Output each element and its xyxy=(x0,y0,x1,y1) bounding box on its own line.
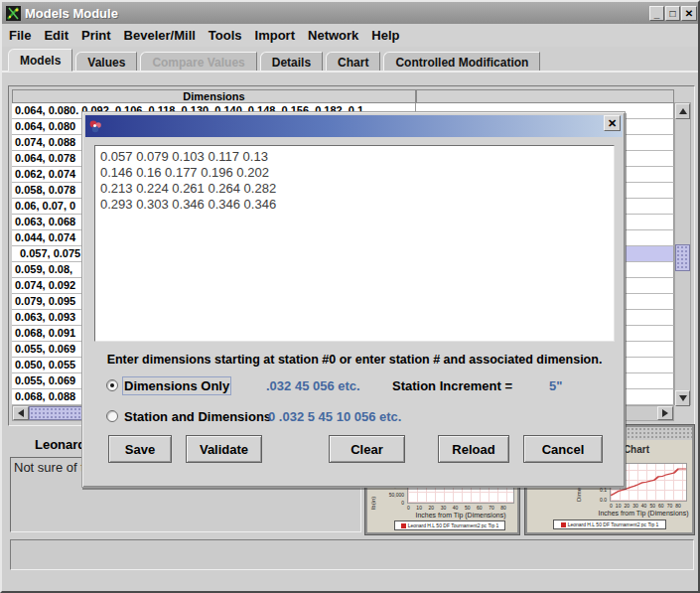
tab-compare-values: Compare Values xyxy=(140,52,256,72)
right-chart-xticks: 01020304050607080 xyxy=(610,503,681,509)
menu-file[interactable]: File xyxy=(9,28,31,43)
right-legend-text: Leonard H.L 50 DF Tournament2 pc Tip 1 xyxy=(568,521,659,527)
station-and-dimensions-label[interactable]: Station and Dimensions xyxy=(124,409,271,424)
title-bar: Models Module xyxy=(2,2,698,24)
validate-button[interactable]: Validate xyxy=(186,435,262,463)
arrow-down-icon xyxy=(679,395,687,401)
menu-edit[interactable]: Edit xyxy=(44,28,69,43)
tab-models[interactable]: Models xyxy=(8,49,72,72)
tab-details[interactable]: Details xyxy=(260,52,323,72)
textarea-line: 0.293 0.303 0.346 0.346 0.346 xyxy=(100,197,609,213)
arrow-right-icon xyxy=(662,409,668,417)
tab-bar: Models Values Compare Values Details Cha… xyxy=(2,48,698,72)
comment-text: Not sure of t xyxy=(14,460,84,475)
enter-dimensions-dialog: ✕ 0.057 0.079 0.103 0.117 0.13 0.146 0.1… xyxy=(81,111,626,488)
tab-content-divider xyxy=(2,71,698,73)
menu-import[interactable]: Import xyxy=(255,28,295,43)
tab-controlled-modification[interactable]: Controlled Modification xyxy=(383,52,540,72)
model-name-label: Leonard xyxy=(35,437,85,452)
arrow-left-icon xyxy=(18,409,24,417)
x-tick: 30 xyxy=(441,505,447,511)
dimensions-textarea[interactable]: 0.057 0.079 0.103 0.117 0.13 0.146 0.16 … xyxy=(94,145,615,342)
x-tick: 10 xyxy=(616,503,622,509)
left-chart-xlabel: Inches from Tip (Dimensions) xyxy=(407,512,514,519)
maximize-button[interactable]: □ xyxy=(665,6,680,21)
arrow-up-icon xyxy=(679,108,687,114)
clear-button[interactable]: Clear xyxy=(329,435,405,463)
x-tick: 20 xyxy=(625,503,630,509)
cancel-button[interactable]: Cancel xyxy=(523,435,603,463)
vertical-scrollbar[interactable] xyxy=(674,102,691,405)
values-column-header[interactable] xyxy=(416,89,674,103)
left-legend-text: Leonard H.L 50 DF Tournament2 pc Tip 1 xyxy=(408,522,499,528)
textarea-line: 0.057 0.079 0.103 0.117 0.13 xyxy=(100,149,609,165)
x-tick: 50 xyxy=(649,503,655,509)
tab-values[interactable]: Values xyxy=(75,52,137,72)
x-tick: 0 xyxy=(610,503,613,509)
textarea-line: 0.146 0.16 0.177 0.196 0.202 xyxy=(100,165,609,181)
x-tick: 60 xyxy=(658,503,664,509)
x-tick: 70 xyxy=(489,505,494,511)
menu-bar: File Edit Print Beveler/Mill Tools Impor… xyxy=(2,24,698,47)
left-ytick-2: 0 xyxy=(378,500,404,506)
left-chart-xticks: 01020304050607080 xyxy=(407,505,506,511)
x-tick: 30 xyxy=(632,503,638,509)
x-tick: 60 xyxy=(477,505,483,511)
x-tick: 40 xyxy=(453,505,459,511)
menu-beveler-mill[interactable]: Beveler/Mill xyxy=(124,28,196,43)
minimize-button[interactable]: _ xyxy=(649,6,664,21)
scroll-down-button[interactable] xyxy=(675,390,690,406)
station-increment-value: 5" xyxy=(549,378,562,393)
dialog-titlebar xyxy=(85,115,623,137)
x-tick: 50 xyxy=(465,505,471,511)
menu-print[interactable]: Print xyxy=(81,28,111,43)
station-and-dimensions-example: 0 .032 5 45 10 056 etc. xyxy=(268,409,401,424)
x-tick: 40 xyxy=(641,503,647,509)
menu-help[interactable]: Help xyxy=(371,28,399,43)
dimensions-column-header[interactable]: Dimensions xyxy=(12,89,416,103)
reload-button[interactable]: Reload xyxy=(438,435,509,463)
legend-swatch-icon xyxy=(561,522,566,527)
app-window: Models Module _ □ ✕ File Edit Print Beve… xyxy=(0,0,700,593)
vertical-scroll-thumb[interactable] xyxy=(675,244,690,271)
legend-swatch-icon xyxy=(401,523,406,528)
station-increment-label: Station Increment = xyxy=(392,378,512,393)
textarea-line: 0.213 0.224 0.261 0.264 0.282 xyxy=(100,181,609,197)
left-ytick-1: 50,000 xyxy=(378,492,404,498)
dimensions-only-label[interactable]: Dimensions Only xyxy=(124,378,229,393)
dialog-app-icon xyxy=(88,119,103,134)
x-tick: 10 xyxy=(416,505,422,511)
dimensions-only-radio[interactable] xyxy=(106,379,118,391)
app-icon xyxy=(6,6,21,21)
window-title: Models Module xyxy=(25,6,118,21)
scroll-up-button[interactable] xyxy=(675,103,690,119)
dialog-close-button[interactable]: ✕ xyxy=(604,115,621,131)
right-chart-xlabel: Inches from Tip (Dimensions) xyxy=(595,510,692,517)
close-button[interactable]: ✕ xyxy=(681,6,697,21)
scroll-right-button[interactable] xyxy=(657,406,673,420)
x-tick: 70 xyxy=(667,503,673,509)
dialog-instruction: Enter dimensions starting at station #0 … xyxy=(94,353,615,367)
save-button[interactable]: Save xyxy=(108,435,172,463)
scroll-left-button[interactable] xyxy=(13,406,29,420)
right-ytick-1: 0.0 xyxy=(581,497,607,503)
tab-chart[interactable]: Chart xyxy=(326,52,380,72)
x-tick: 80 xyxy=(675,503,681,509)
x-tick: 0 xyxy=(407,505,410,511)
right-chart-legend: Leonard H.L 50 DF Tournament2 pc Tip 1 xyxy=(553,519,666,529)
station-and-dimensions-radio[interactable] xyxy=(106,410,118,422)
status-field xyxy=(10,539,694,570)
x-tick: 20 xyxy=(429,505,435,511)
dimensions-only-example: .032 45 056 etc. xyxy=(266,378,360,393)
x-tick: 80 xyxy=(500,505,506,511)
left-chart-legend: Leonard H.L 50 DF Tournament2 pc Tip 1 xyxy=(394,520,505,530)
menu-network[interactable]: Network xyxy=(308,28,358,43)
menu-tools[interactable]: Tools xyxy=(209,28,242,43)
